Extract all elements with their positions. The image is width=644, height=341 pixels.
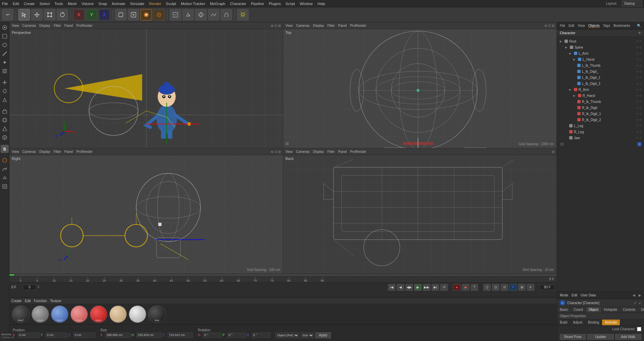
size-x-input[interactable] (105, 333, 130, 338)
x-mode-button[interactable]: X (73, 9, 85, 20)
prop-nav-next[interactable]: ▶ (639, 293, 641, 297)
l-arm-vis2[interactable]: ○ (640, 52, 641, 55)
r-digit2-vis2[interactable]: ○ (640, 118, 641, 121)
pos-z-input[interactable] (73, 333, 95, 338)
menu-item-script[interactable]: Script (285, 2, 295, 6)
move-tool-button[interactable] (31, 9, 43, 20)
material-texture[interactable]: Texture (50, 299, 61, 303)
rot-h-input[interactable] (203, 333, 221, 338)
tree-item-r-digit1[interactable]: R_lk_Digit_1 ○ ○ (558, 111, 643, 117)
rpanel-tags[interactable]: Tags (603, 24, 610, 27)
jaw-vis2[interactable]: ○ (640, 136, 641, 139)
tree-item-l-arm[interactable]: ▶ L_Arm ○ ○ (558, 50, 643, 56)
vp-top-display[interactable]: Display (313, 24, 324, 27)
r-arm-vis2[interactable]: ○ (640, 88, 641, 91)
tree-item-l-hand[interactable]: ▶ L_Hand ○ ○ (558, 56, 643, 62)
paint-button[interactable] (182, 9, 194, 20)
menu-item-simulate[interactable]: Simulate (130, 2, 145, 6)
l-thumb-vis2[interactable]: ○ (640, 64, 641, 67)
tree-item-r-thumb[interactable]: R_lk_Thumb ○ ○ (558, 99, 643, 105)
menu-item-select[interactable]: Select (40, 2, 50, 6)
r-hand-vis2[interactable]: ○ (640, 94, 641, 97)
menu-item-motion[interactable]: Motion Tracker (181, 2, 205, 6)
key-button[interactable]: ◆ (462, 284, 469, 291)
r-digit1-vis2[interactable]: ○ (640, 112, 641, 115)
menu-item-sculpt[interactable]: Sculpt (166, 2, 176, 6)
material-create[interactable]: Create (11, 299, 21, 303)
material-mat2[interactable]: Mat2 (109, 305, 127, 323)
sidebar-env-icon[interactable] (1, 182, 9, 190)
vp-back-filter[interactable]: Filter (327, 150, 335, 154)
tree-item-r-arm[interactable]: ▶ R_Arm ○ ○ (558, 87, 643, 93)
tree-item-r-digit2[interactable]: R_lk_Digit_2 ○ ○ (558, 117, 643, 123)
vp-right-prorender[interactable]: ProRender (76, 150, 93, 154)
sidebar-uv-icon[interactable] (1, 67, 9, 75)
menu-item-edit[interactable]: Edit (13, 2, 19, 6)
vp-back-view[interactable]: View (285, 150, 293, 154)
subtab-binding[interactable]: Binding (585, 320, 602, 325)
rpanel-bookmarks[interactable]: Bookmarks (613, 24, 630, 27)
subtab-animate[interactable]: Animate (602, 320, 620, 325)
r-thumb-vis1[interactable]: ○ (636, 100, 638, 103)
vp-back-display[interactable]: Display (313, 150, 324, 154)
r-digit2-vis1[interactable]: ○ (636, 118, 638, 121)
vp-back-panel[interactable]: Panel (338, 150, 347, 154)
sidebar-move-icon[interactable] (1, 78, 9, 87)
vp-perspective-prorender[interactable]: ProRender (76, 24, 93, 27)
end-frame-input[interactable] (540, 285, 555, 290)
tree-item-r-leg[interactable]: R_Leg ○ ○ (558, 129, 643, 135)
timeline-ruler[interactable]: 0 5 10 15 20 25 30 35 40 45 50 55 60 65 … (9, 276, 557, 282)
rotate-tool-button[interactable] (57, 9, 68, 20)
l-digit2-vis1[interactable]: ○ (636, 82, 638, 85)
light-button[interactable] (237, 9, 249, 20)
timeline-extra1[interactable]: ⊡ (492, 284, 499, 291)
sidebar-point-icon[interactable] (1, 58, 9, 66)
l-hand-vis2[interactable]: ○ (640, 58, 641, 61)
tree-item-l-leg[interactable]: L_Leg ○ ○ (558, 123, 643, 129)
pos-x-input[interactable] (18, 333, 40, 338)
spline-button[interactable] (208, 9, 219, 20)
root-vis1[interactable]: ○ (636, 40, 638, 43)
r-arm-vis1[interactable]: ○ (636, 88, 638, 91)
l-digit0-vis2[interactable]: ○ (640, 70, 641, 73)
menu-item-window[interactable]: Window (300, 2, 313, 6)
sidebar-edge-icon[interactable] (1, 50, 9, 58)
prop-nav-prev[interactable]: ◀ (633, 293, 635, 297)
top-expand-icon[interactable]: ⊞ (285, 141, 289, 146)
undo-button[interactable]: ↩ (2, 9, 13, 20)
char-check2[interactable]: ✓ (639, 301, 641, 305)
sidebar-shape3-icon[interactable] (1, 125, 9, 133)
render-region-button[interactable] (128, 9, 139, 20)
tree-item-l-thumb[interactable]: L_lk_Thumb ○ ○ (558, 62, 643, 68)
sidebar-poly-icon[interactable] (1, 41, 9, 49)
go-end-button[interactable]: ↺ (440, 284, 448, 291)
frame-input[interactable] (23, 285, 36, 290)
material-edit[interactable]: Edit (25, 299, 31, 303)
tree-item-spine[interactable]: ▶ Spine ○ ○ (558, 44, 643, 50)
sidebar-shape2-icon[interactable] (1, 116, 9, 124)
r-digit0-vis2[interactable]: ○ (640, 106, 641, 109)
timeline-extra5[interactable]: ≡ (527, 284, 534, 291)
tab-controls[interactable]: Controls (620, 307, 638, 312)
menu-item-character[interactable]: Character (230, 2, 246, 6)
menu-item-help[interactable]: Help (318, 2, 325, 6)
tab-object[interactable]: Object (586, 307, 601, 312)
sidebar-shape1-icon[interactable] (1, 107, 9, 115)
go-start-button[interactable]: |◀ (388, 284, 395, 291)
rpanel-view[interactable]: View (578, 24, 585, 27)
prev-frame-button[interactable]: ◀ (397, 284, 404, 291)
subtab-build[interactable]: Build (557, 320, 570, 325)
viewport-perspective[interactable]: View Cameras Display Filter Panel ProRen… (9, 22, 283, 148)
vp-top-view[interactable]: View (285, 24, 293, 27)
vp-perspective-display[interactable]: Display (39, 24, 50, 27)
vp-back-prorender[interactable]: ProRender (350, 150, 366, 154)
l-leg-vis2[interactable]: ○ (640, 124, 641, 127)
rot-b-input[interactable] (252, 333, 270, 338)
scale-tool-button[interactable] (44, 9, 55, 20)
vp-perspective-view[interactable]: View (12, 24, 19, 27)
spine-vis1[interactable]: ○ (636, 46, 638, 49)
prop-mode[interactable]: Mode (560, 293, 568, 297)
magnet-button[interactable] (221, 9, 232, 20)
menu-item-tools[interactable]: Tools (54, 2, 63, 6)
l-digit1-vis1[interactable]: ○ (636, 76, 638, 79)
